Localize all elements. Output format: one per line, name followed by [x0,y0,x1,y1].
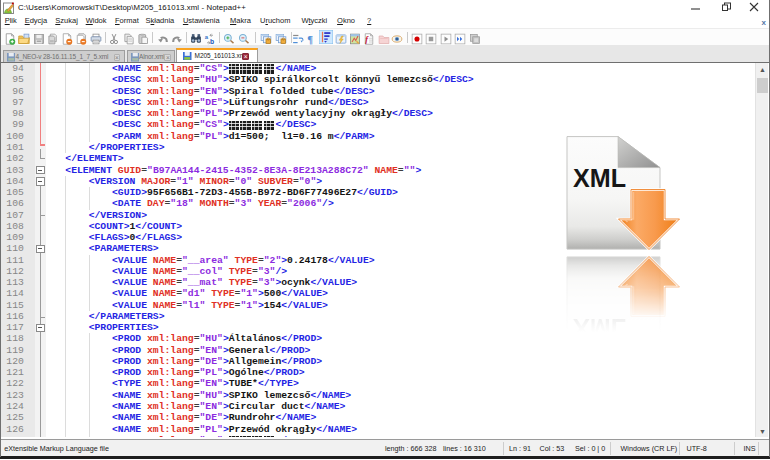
svg-text:a: a [205,34,209,40]
svg-text:b: b [210,38,214,45]
svg-text:¶: ¶ [308,34,314,45]
